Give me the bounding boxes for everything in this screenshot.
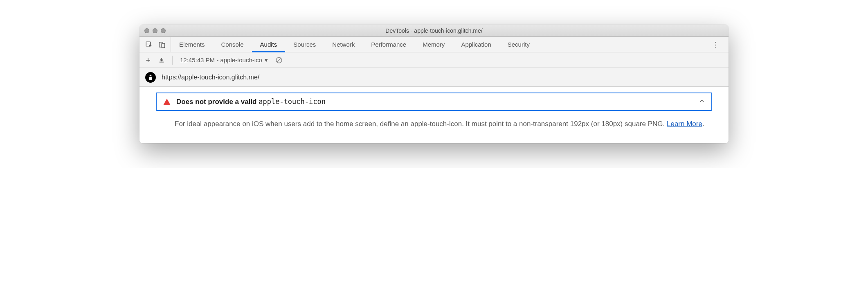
audit-title-prefix: Does not provide a valid [176, 98, 259, 106]
chevron-down-icon: ▾ [265, 56, 268, 64]
tab-label: Elements [179, 41, 205, 48]
tabs-bar: ElementsConsoleAuditsSourcesNetworkPerfo… [139, 37, 729, 52]
tab-security[interactable]: Security [499, 37, 538, 52]
new-audit-icon[interactable] [145, 57, 151, 63]
maximize-window-button[interactable] [161, 28, 166, 33]
minimize-window-button[interactable] [153, 28, 157, 33]
inspect-element-icon[interactable] [145, 41, 153, 48]
url-row: https://apple-touch-icon.glitch.me/ [139, 68, 729, 87]
tab-label: Audits [260, 41, 277, 48]
tab-elements[interactable]: Elements [171, 37, 213, 52]
tabs: ElementsConsoleAuditsSourcesNetworkPerfo… [171, 37, 706, 52]
svg-rect-4 [150, 76, 151, 77]
more-options-icon[interactable]: ⋮ [706, 40, 725, 50]
tab-label: Network [332, 41, 355, 48]
audits-toolbar: 12:45:43 PM - apple-touch-ico ▾ [139, 52, 729, 68]
titlebar: DevTools - apple-touch-icon.glitch.me/ [139, 25, 729, 37]
tab-performance[interactable]: Performance [363, 37, 414, 52]
fail-status-icon [163, 99, 171, 105]
audit-area: Does not provide a valid apple-touch-ico… [139, 87, 729, 143]
devtools-window: DevTools - apple-touch-icon.glitch.me/ E… [139, 25, 729, 143]
traffic-lights [139, 28, 166, 33]
audit-desc-text: For ideal appearance on iOS when users a… [175, 120, 667, 128]
run-selector-label: 12:45:43 PM - apple-touch-ico [180, 56, 262, 63]
tab-label: Security [508, 41, 530, 48]
toolbar-separator [172, 56, 173, 65]
audit-title-code: apple-touch-icon [259, 97, 326, 106]
tab-console[interactable]: Console [213, 37, 252, 52]
close-window-button[interactable] [144, 28, 149, 33]
device-toolbar-icon[interactable] [158, 41, 166, 48]
audit-desc-after: . [702, 120, 704, 128]
tab-label: Application [461, 41, 491, 48]
run-selector[interactable]: 12:45:43 PM - apple-touch-ico ▾ [180, 56, 268, 64]
audit-description: For ideal appearance on iOS when users a… [156, 111, 712, 133]
chevron-up-icon [699, 98, 705, 106]
tab-label: Console [221, 41, 244, 48]
tab-network[interactable]: Network [324, 37, 363, 52]
page-url: https://apple-touch-icon.glitch.me/ [162, 74, 259, 81]
download-report-icon[interactable] [158, 57, 165, 63]
lighthouse-icon [145, 72, 156, 83]
tab-sources[interactable]: Sources [285, 37, 324, 52]
audit-title: Does not provide a valid apple-touch-ico… [176, 97, 693, 106]
tab-memory[interactable]: Memory [414, 37, 453, 52]
tab-label: Sources [293, 41, 316, 48]
tab-label: Memory [423, 41, 445, 48]
learn-more-link[interactable]: Learn More [667, 120, 702, 128]
tab-label: Performance [371, 41, 406, 48]
clear-icon[interactable] [275, 56, 283, 64]
tab-audits[interactable]: Audits [252, 37, 286, 52]
audit-item[interactable]: Does not provide a valid apple-touch-ico… [156, 93, 712, 111]
svg-rect-2 [162, 43, 165, 48]
window-title: DevTools - apple-touch-icon.glitch.me/ [139, 27, 729, 34]
tab-application[interactable]: Application [453, 37, 499, 52]
inspect-tools [143, 37, 171, 52]
